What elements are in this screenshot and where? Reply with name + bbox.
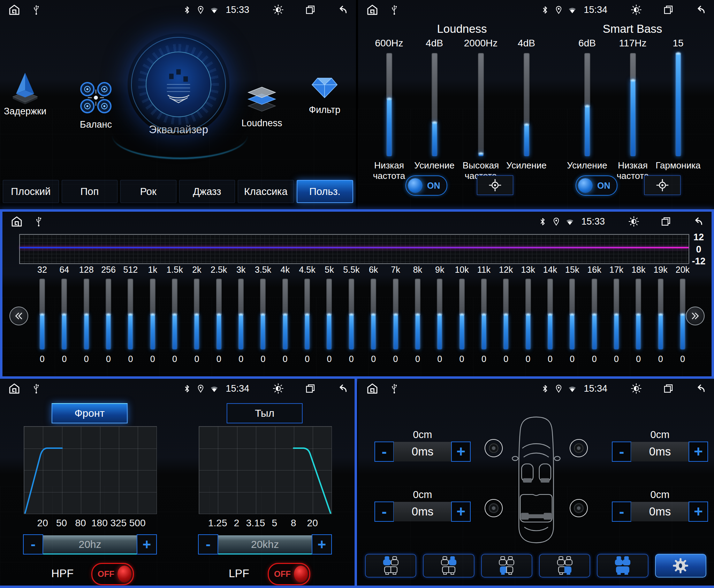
preset-button[interactable]: Поп: [62, 180, 118, 203]
eq-band-slider[interactable]: 5.5k 0: [342, 265, 361, 364]
recent-windows-icon[interactable]: [305, 383, 316, 394]
loudness-on-toggle[interactable]: ON: [405, 175, 447, 196]
vertical-slider[interactable]: 117Hz Низкая частота: [608, 38, 657, 181]
eq-band-slider[interactable]: 256 0: [99, 265, 118, 364]
eq-band-slider[interactable]: 19k 0: [651, 265, 670, 364]
delay-fr-minus-button[interactable]: -: [612, 442, 631, 462]
settings-button[interactable]: [655, 554, 706, 578]
home-icon[interactable]: [8, 383, 20, 394]
scroll-left-button[interactable]: [9, 307, 28, 325]
eq-band-slider[interactable]: 10k 0: [452, 265, 472, 364]
band-track[interactable]: [304, 279, 310, 349]
eq-band-slider[interactable]: 13k 0: [518, 265, 538, 364]
eq-band-slider[interactable]: 3k 0: [231, 265, 251, 364]
eq-band-slider[interactable]: 14k 0: [540, 265, 560, 364]
band-track[interactable]: [371, 279, 376, 349]
seat-select-button[interactable]: [597, 554, 648, 578]
eq-band-slider[interactable]: 6k 0: [364, 265, 383, 364]
eq-band-slider[interactable]: 11k 0: [474, 265, 494, 364]
slider-track[interactable]: [630, 53, 636, 156]
band-track[interactable]: [282, 279, 288, 349]
eq-band-slider[interactable]: 18k 0: [629, 265, 648, 364]
vertical-slider[interactable]: 6dB Усиление: [563, 38, 612, 171]
eq-band-slider[interactable]: 7k 0: [386, 265, 405, 364]
delay-rr-minus-button[interactable]: -: [612, 502, 631, 522]
band-track[interactable]: [238, 279, 244, 349]
band-track[interactable]: [614, 279, 619, 349]
eq-band-slider[interactable]: 32 0: [32, 265, 52, 364]
eq-band-slider[interactable]: 3.5k 0: [253, 265, 273, 364]
band-track[interactable]: [260, 279, 266, 349]
eq-band-slider[interactable]: 1k 0: [143, 265, 162, 364]
delay-fr-plus-button[interactable]: +: [689, 442, 708, 462]
home-icon[interactable]: [366, 383, 378, 394]
band-track[interactable]: [547, 279, 553, 349]
band-track[interactable]: [415, 279, 420, 349]
delay-rr-plus-button[interactable]: +: [689, 502, 708, 522]
delay-fl-minus-button[interactable]: -: [374, 442, 394, 462]
band-track[interactable]: [636, 279, 641, 349]
slider-track[interactable]: [478, 53, 484, 156]
eq-band-slider[interactable]: 12k 0: [496, 265, 516, 364]
band-track[interactable]: [194, 279, 199, 349]
seat-select-button[interactable]: [423, 554, 474, 578]
band-track[interactable]: [172, 279, 177, 349]
delay-rl-plus-button[interactable]: +: [451, 502, 471, 522]
eq-band-slider[interactable]: 15k 0: [562, 265, 582, 364]
brightness-icon[interactable]: [629, 216, 639, 227]
band-track[interactable]: [84, 279, 89, 349]
eq-band-slider[interactable]: 4.5k 0: [297, 265, 317, 364]
eq-band-slider[interactable]: 16k 0: [585, 265, 604, 364]
tab-front[interactable]: Фронт: [52, 403, 128, 423]
hpf-off-toggle[interactable]: OFF: [91, 563, 134, 585]
slider-track[interactable]: [675, 53, 681, 156]
menu-item-filter[interactable]: Фильтр: [298, 68, 351, 115]
back-icon[interactable]: [337, 5, 348, 15]
smartbass-on-toggle[interactable]: ON: [576, 175, 617, 196]
home-icon[interactable]: [366, 4, 378, 16]
band-track[interactable]: [106, 279, 111, 349]
recent-windows-icon[interactable]: [663, 383, 674, 394]
band-track[interactable]: [393, 279, 398, 349]
band-track[interactable]: [128, 279, 133, 349]
vertical-slider[interactable]: 4dB Усиление: [410, 38, 459, 171]
lpf-minus-button[interactable]: -: [198, 534, 218, 555]
slider-track[interactable]: [524, 53, 530, 156]
seat-select-button[interactable]: [481, 554, 532, 578]
eq-band-slider[interactable]: 128 0: [77, 265, 96, 364]
menu-item-delays[interactable]: Задержки: [2, 68, 48, 117]
menu-item-balance[interactable]: Баланс: [67, 77, 125, 130]
vertical-slider[interactable]: 2000Hz Высокая частота: [456, 38, 505, 181]
band-track[interactable]: [459, 279, 465, 349]
hpf-minus-button[interactable]: -: [23, 534, 43, 555]
band-track[interactable]: [349, 279, 354, 349]
home-icon[interactable]: [11, 216, 23, 227]
eq-band-slider[interactable]: 2.5k 0: [209, 265, 229, 364]
back-icon[interactable]: [337, 383, 348, 394]
band-track[interactable]: [39, 279, 45, 349]
tab-rear[interactable]: Тыл: [227, 403, 303, 423]
band-track[interactable]: [658, 279, 663, 349]
band-track[interactable]: [481, 279, 487, 349]
brightness-icon[interactable]: [631, 383, 641, 394]
preset-button[interactable]: Классика: [238, 180, 294, 203]
brightness-icon[interactable]: [631, 5, 641, 15]
preset-button[interactable]: Рок: [120, 180, 176, 203]
recent-windows-icon[interactable]: [661, 216, 671, 227]
band-track[interactable]: [503, 279, 509, 349]
hpf-frequency-display[interactable]: 20hz: [43, 535, 137, 555]
eq-band-slider[interactable]: 9k 0: [430, 265, 449, 364]
slider-track[interactable]: [432, 53, 438, 156]
band-track[interactable]: [216, 279, 222, 349]
eq-band-slider[interactable]: 8k 0: [408, 265, 427, 364]
delay-rl-minus-button[interactable]: -: [374, 502, 394, 522]
band-track[interactable]: [437, 279, 442, 349]
preset-button[interactable]: Плоский: [3, 180, 59, 203]
home-icon[interactable]: [8, 4, 20, 16]
preset-button[interactable]: Джазз: [179, 180, 235, 203]
slider-track[interactable]: [386, 53, 392, 156]
band-track[interactable]: [569, 279, 575, 349]
eq-band-slider[interactable]: 20k 0: [673, 265, 692, 364]
back-icon[interactable]: [695, 5, 706, 15]
menu-item-loudness[interactable]: Loudness: [236, 79, 288, 129]
